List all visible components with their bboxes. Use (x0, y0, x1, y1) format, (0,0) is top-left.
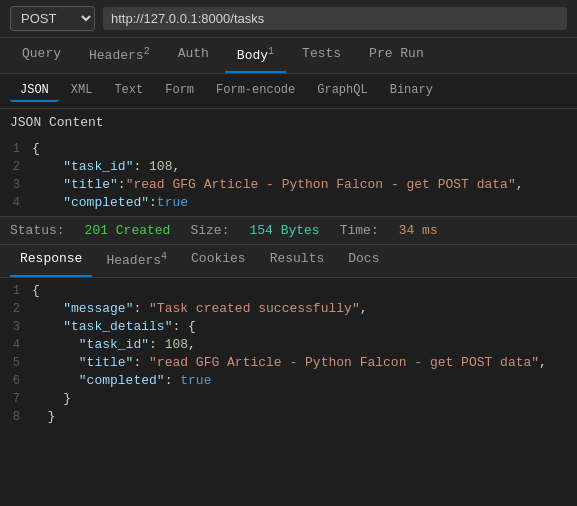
body-section-label: JSON Content (0, 109, 577, 136)
tab-tests[interactable]: Tests (290, 38, 353, 73)
tab-headers[interactable]: Headers2 (77, 38, 162, 73)
body-line-2: 2 "task_id": 108, (0, 158, 577, 176)
response-code-block: 1 { 2 "message": "Task created successfu… (0, 278, 577, 430)
headers-badge: 2 (144, 46, 150, 57)
resp-line-2: 2 "message": "Task created successfully"… (0, 300, 577, 318)
subtab-form-encode[interactable]: Form-encode (206, 80, 305, 102)
subtab-text[interactable]: Text (104, 80, 153, 102)
resptab-response[interactable]: Response (10, 245, 92, 276)
resp-headers-badge: 4 (161, 251, 167, 262)
subtab-form[interactable]: Form (155, 80, 204, 102)
tab-prerun[interactable]: Pre Run (357, 38, 436, 73)
size-value: 154 Bytes (249, 223, 319, 238)
resp-line-1: 1 { (0, 282, 577, 300)
time-label: Time: (340, 223, 379, 238)
status-label: Status: (10, 223, 65, 238)
response-tabs: Response Headers4 Cookies Results Docs (0, 245, 577, 277)
subtab-json[interactable]: JSON (10, 80, 59, 102)
body-line-1: 1 { (0, 140, 577, 158)
subtab-graphql[interactable]: GraphQL (307, 80, 377, 102)
resptab-cookies[interactable]: Cookies (181, 245, 256, 276)
status-bar: Status: 201 Created Size: 154 Bytes Time… (0, 216, 577, 245)
subtab-binary[interactable]: Binary (380, 80, 443, 102)
time-value: 34 ms (399, 223, 438, 238)
resp-line-4: 4 "task_id": 108, (0, 336, 577, 354)
subtab-xml[interactable]: XML (61, 80, 103, 102)
status-code: 201 Created (85, 223, 171, 238)
resp-line-5: 5 "title": "read GFG Article - Python Fa… (0, 354, 577, 372)
resp-line-8: 8 } (0, 408, 577, 426)
method-select[interactable]: POST GET PUT DELETE (10, 6, 95, 31)
url-input[interactable] (103, 7, 567, 30)
body-line-3: 3 "title":"read GFG Article - Python Fal… (0, 176, 577, 194)
resp-line-3: 3 "task_details": { (0, 318, 577, 336)
top-bar: POST GET PUT DELETE (0, 0, 577, 38)
body-badge: 1 (268, 46, 274, 57)
resptab-docs[interactable]: Docs (338, 245, 389, 276)
resptab-headers[interactable]: Headers4 (96, 245, 177, 276)
tab-auth[interactable]: Auth (166, 38, 221, 73)
main-nav-tabs: Query Headers2 Auth Body1 Tests Pre Run (0, 38, 577, 74)
size-label: Size: (190, 223, 229, 238)
resp-line-6: 6 "completed": true (0, 372, 577, 390)
body-sub-tabs: JSON XML Text Form Form-encode GraphQL B… (0, 74, 577, 109)
tab-query[interactable]: Query (10, 38, 73, 73)
body-code-block: 1 { 2 "task_id": 108, 3 "title":"read GF… (0, 136, 577, 216)
tab-body[interactable]: Body1 (225, 38, 286, 73)
body-line-4: 4 "completed":true (0, 194, 577, 212)
resp-line-7: 7 } (0, 390, 577, 408)
resptab-results[interactable]: Results (260, 245, 335, 276)
